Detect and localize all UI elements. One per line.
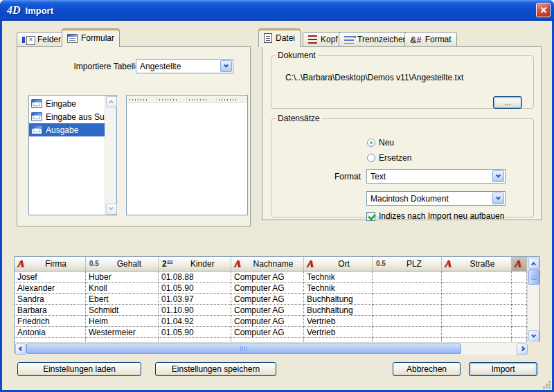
resize-grip[interactable] [542,380,551,389]
alpha-type-icon: A [235,259,242,269]
table-cell: 01.03.97 [159,294,231,305]
dialog-body: Felder Formular Importiere Tabelle: Ange… [2,21,552,390]
cancel-button[interactable]: Abbrechen [393,362,461,376]
table-row: AntoniaWestermeier01.05.90Computer AGVer… [15,327,527,338]
table-row: BarbaraSchmidt01.10.90Computer AGBuchhal… [15,305,527,316]
table-cell [373,305,442,316]
column-header-ort[interactable]: AOrt [304,257,373,271]
rebuild-indexes-checkbox[interactable]: Indizes nach Import neu aufbauen [366,211,504,221]
chevron-down-icon[interactable] [492,170,504,182]
radio-ersetzen[interactable]: Ersetzen [367,153,411,163]
scroll-up-icon[interactable] [528,258,539,269]
column-header-nachname[interactable]: ANachname [231,257,304,271]
column-header-kinder[interactable]: 232Kinder [159,257,231,271]
load-settings-button[interactable]: Einstellungen laden [17,362,141,376]
radio-label: Neu [379,138,394,148]
table-cell: Computer AG [231,305,304,316]
tab-felder[interactable]: Felder [17,32,66,46]
column-header-label: Nachname [244,259,302,269]
horizontal-scroll-thumb[interactable] [26,344,461,354]
table-cell: 01.05.90 [159,327,231,338]
table-cell: Vertrieb [304,316,373,327]
format-select[interactable]: Text [366,169,506,184]
table-cell [442,305,512,316]
form-list-item[interactable]: Ausgabe [29,123,105,136]
form-preview [126,95,248,215]
table-cell: Heim [86,316,159,327]
scrollbar-corner [528,342,541,355]
table-row: SandraEbert01.03.97Computer AGBuchhaltun… [15,294,527,305]
form-list-scrollbar[interactable] [105,96,116,215]
table-cell: Computer AG [231,327,304,338]
save-settings-button[interactable]: Einstellungen speichern [155,362,276,376]
column-header-plz[interactable]: 0.5PLZ [373,257,442,271]
scroll-down-icon[interactable] [106,204,117,215]
table-cell: Computer AG [231,316,304,327]
vertical-scroll-thumb[interactable] [528,269,539,285]
table-cell [373,283,442,294]
column-header-stra-e[interactable]: AStraße [442,257,512,271]
column-header-label: Gehalt [102,259,157,269]
form-listbox: EingabeEingabe aus SubAusgabe [28,95,117,215]
table-horizontal-scrollbar[interactable] [15,342,528,355]
title-bar[interactable]: 4D Import [0,0,554,21]
preview-table: AFirma0.5Gehalt232KinderANachnameAOrt0.5… [14,256,540,354]
alpha-type-icon: A [18,259,25,269]
scroll-left-icon[interactable] [15,344,26,355]
import-button[interactable]: Import [469,362,537,376]
column-header-label: Ort [317,259,370,269]
form-list-item-label: Ausgabe [46,125,78,135]
table-row: AlexanderKnoll01.05.90Computer AGTechnik [15,283,527,294]
header-lines-icon [308,35,317,44]
table-cell: Schmidt [86,305,159,316]
datei-tab-page: Dokument C:\..\Barbara\Desktop\Demos v11… [262,46,542,220]
column-header-v[interactable]: AV [512,257,527,271]
table-cell [373,316,442,327]
chevron-down-icon[interactable] [492,193,504,204]
preview-table-header: AFirma0.5Gehalt232KinderANachnameAOrt0.5… [15,257,527,271]
chevron-down-icon[interactable] [220,60,232,72]
tab-datei[interactable]: Datei [258,28,301,47]
table-row: FriedrichHeim01.04.92Computer AGVertrieb [15,316,527,327]
radio-neu[interactable]: Neu [367,138,394,148]
scroll-down-icon[interactable] [528,330,539,341]
radio-selected-icon [367,139,375,147]
table-vertical-scrollbar[interactable] [527,257,539,342]
table-cell [512,271,527,283]
form-list-item-label: Eingabe aus Sub [46,112,105,122]
table-cell [442,283,512,294]
column-header-gehalt[interactable]: 0.5Gehalt [86,257,159,271]
table-cell: Buchhaltung [304,294,373,305]
format-chars-icon [410,35,422,44]
4d-logo-icon: 4D [7,4,21,17]
import-table-label: Importiere Tabelle: [38,62,142,71]
table-cell: Computer AG [231,283,304,294]
table-cell: Vertrieb [304,327,373,338]
radio-unselected-icon [367,154,375,162]
scroll-right-icon[interactable] [517,344,528,355]
column-header-label: Straße [455,259,510,269]
table-cell [512,283,527,294]
table-cell: Friedrich [15,316,86,327]
browse-button[interactable]: ... [493,96,522,109]
tab-formular[interactable]: Formular [62,28,120,47]
close-button[interactable] [536,3,551,17]
checkbox-label: Indizes nach Import neu aufbauen [379,211,504,221]
column-header-firma[interactable]: AFirma [15,257,86,271]
table-cell [442,327,512,338]
import-table-value: Angestellte [136,62,220,71]
table-cell [512,316,527,327]
import-table-select[interactable]: Angestellte [136,59,233,73]
form-window-icon [31,112,42,121]
tab-trennzeichen[interactable]: Trennzeichen [339,32,413,46]
document-type-value: Macintosh Dokument [367,194,492,204]
table-cell [512,294,527,305]
table-cell: Antonia [15,327,86,338]
table-cell [512,305,527,316]
document-type-select[interactable]: Macintosh Dokument [366,191,506,206]
tab-kopf[interactable]: Kopf [303,32,343,46]
tab-format[interactable]: Format [404,32,457,46]
form-list-item[interactable]: Eingabe [29,97,105,110]
form-list-item[interactable]: Eingabe aus Sub [29,110,105,123]
scroll-up-icon[interactable] [106,96,117,107]
